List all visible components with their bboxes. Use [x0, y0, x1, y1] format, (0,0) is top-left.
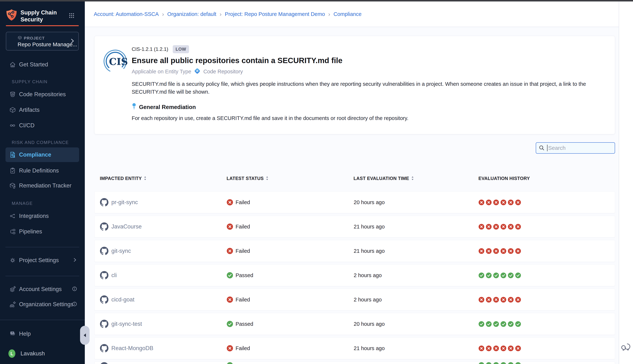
check-circle-icon [515, 272, 521, 278]
section-label-supply-chain: SUPPLY CHAIN [12, 79, 48, 84]
x-circle-icon [508, 248, 514, 254]
entity-name[interactable]: cicd-goat [111, 296, 134, 303]
info-icon [72, 301, 78, 308]
artifacts-cube-icon [9, 106, 16, 114]
table-row: git-syncFailed21 hours ago [94, 240, 615, 262]
chat-support-icon[interactable] [621, 342, 631, 354]
x-circle-icon [501, 224, 506, 230]
app-title: Supply Chain Security [21, 9, 57, 23]
entity-cell[interactable]: git-sync-test [100, 313, 142, 335]
x-circle-icon [508, 224, 514, 230]
table-row: git-sync-testPassed20 hours ago [94, 313, 615, 335]
x-circle-icon [515, 224, 521, 230]
status-label: Failed [236, 297, 250, 303]
check-circle-icon [508, 321, 514, 327]
x-circle-icon [493, 224, 499, 230]
sidebar-item-artifacts[interactable]: Artifacts [0, 105, 85, 115]
entity-name[interactable]: git-sync-test [111, 321, 142, 327]
sidebar-collapse-handle[interactable] [80, 326, 90, 345]
user-menu[interactable]: L Lavakush [0, 348, 85, 359]
evaluation-history-cell [479, 264, 521, 286]
sidebar-item-account-settings[interactable]: Account Settings [0, 284, 85, 294]
evaluation-history-cell [479, 289, 521, 310]
sidebar-item-pipelines[interactable]: Pipelines [0, 226, 85, 237]
sidebar-item-remediation-tracker[interactable]: Remediation Tracker [0, 180, 85, 191]
entity-cell[interactable]: git-sync [100, 240, 131, 262]
check-circle-icon [515, 321, 521, 327]
sidebar-item-integrations[interactable]: Integrations [0, 211, 85, 221]
sidebar-item-rule-definitions[interactable]: Rule Definitions [0, 166, 85, 176]
sidebar-divider [6, 276, 79, 276]
github-icon [100, 271, 108, 280]
module-grid-icon[interactable] [69, 12, 75, 20]
account-settings-layers-icon [9, 286, 16, 293]
last-evaluation-time-cell: 2 hours ago [354, 289, 382, 310]
evaluation-history-cell [479, 313, 521, 335]
x-circle-icon [501, 248, 506, 254]
last-evaluation-time-cell: 21 hours ago [354, 338, 385, 359]
entity-cell[interactable]: pr-git-sync [100, 192, 138, 213]
entity-cell[interactable]: cicd-goat [100, 289, 134, 310]
check-circle-icon [501, 272, 506, 278]
github-icon [100, 198, 108, 206]
section-label-risk-and-compliance: RISK AND COMPLIANCE [12, 140, 69, 145]
avatar-initial: L [11, 351, 13, 356]
entity-name[interactable]: cli [111, 272, 117, 278]
sidebar-item-label: Compliance [19, 152, 51, 158]
sidebar-item-help[interactable]: ? Help [0, 329, 85, 339]
x-circle-icon [227, 224, 233, 230]
github-icon [100, 296, 108, 304]
infinity-icon [9, 122, 16, 129]
project-name: Repo Posture Manage... [18, 41, 77, 48]
sidebar: Supply Chain Security PROJECT Repo Postu… [0, 2, 85, 364]
check-circle-icon [508, 272, 514, 278]
entity-cell[interactable]: React-MongoDB [100, 338, 153, 359]
github-icon [100, 222, 108, 231]
check-circle-icon [501, 362, 506, 364]
x-circle-icon [486, 297, 492, 302]
project-eyebrow-label: PROJECT [24, 36, 45, 40]
check-circle-icon [479, 362, 484, 364]
sidebar-item-label: Account Settings [19, 286, 62, 292]
evaluation-history-cell [479, 216, 521, 238]
x-circle-icon [493, 248, 499, 254]
entity-cell[interactable]: JavaCourse [100, 216, 142, 238]
organization-settings-icon [9, 301, 16, 308]
right-panel-strip [619, 2, 633, 364]
sidebar-item-label: CI/CD [19, 122, 35, 129]
gear-icon [9, 257, 16, 264]
table-row [94, 362, 615, 364]
table-row: cliPassed2 hours ago [94, 264, 615, 286]
github-icon [100, 247, 108, 255]
sidebar-item-code-repositories[interactable]: Code Repositories [0, 89, 85, 100]
entity-name[interactable]: pr-git-sync [111, 199, 138, 206]
sidebar-item-get-started[interactable]: Get Started [0, 60, 85, 70]
entity-name[interactable]: git-sync [111, 248, 131, 254]
entity-name[interactable]: JavaCourse [111, 223, 142, 230]
supply-chain-shield-logo-icon [6, 9, 17, 22]
sidebar-item-cicd[interactable]: CI/CD [0, 120, 85, 130]
user-name: Lavakush [21, 350, 45, 357]
entity-name[interactable]: React-MongoDB [111, 345, 153, 352]
entity-cell[interactable]: cli [100, 264, 117, 286]
x-circle-icon [486, 346, 492, 351]
status-label: Passed [236, 321, 253, 327]
status-cell: Failed [227, 338, 250, 359]
evaluation-history-cell [479, 338, 521, 359]
x-circle-icon [479, 200, 484, 205]
sidebar-item-compliance[interactable]: Compliance [0, 150, 85, 160]
check-circle-icon [493, 321, 499, 327]
sidebar-item-label: Remediation Tracker [19, 182, 71, 189]
app-title-line2: Security [21, 16, 57, 23]
status-cell [227, 362, 233, 364]
project-selector[interactable]: PROJECT Repo Posture Manage... [6, 32, 79, 50]
project-cube-icon [18, 36, 22, 41]
sidebar-item-project-settings[interactable]: Project Settings [0, 255, 85, 266]
x-circle-icon [493, 200, 499, 205]
check-circle-icon [515, 362, 521, 364]
collapse-arrow-icon [84, 334, 86, 337]
sidebar-item-organization-settings[interactable]: Organization Settings [0, 299, 85, 310]
x-circle-icon [486, 224, 492, 230]
entity-cell[interactable] [100, 362, 111, 364]
brand-underline [6, 25, 79, 26]
